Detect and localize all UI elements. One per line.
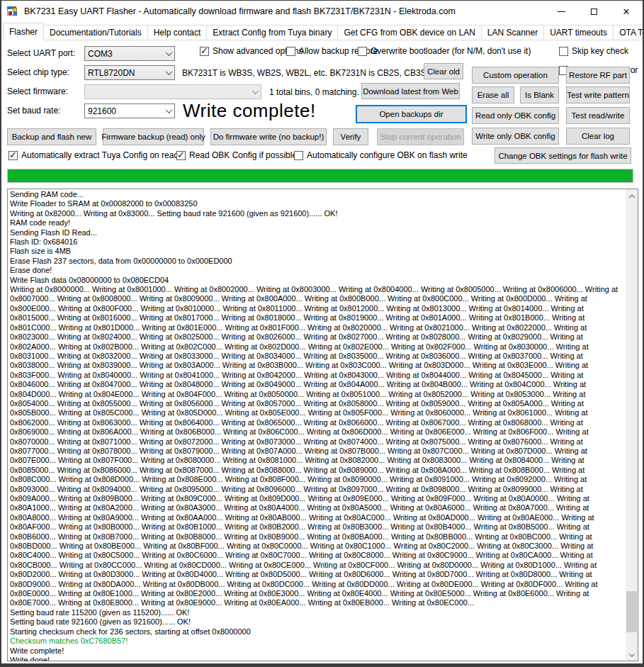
tab-lan-scanner[interactable]: LAN Scanner	[481, 25, 544, 40]
checkbox-box: ✓	[559, 47, 568, 56]
log-line: Write done!	[10, 656, 626, 661]
chevron-down-icon	[252, 87, 259, 94]
checkbox-skip-key-check[interactable]: ✓ Skip key check	[559, 46, 628, 56]
tab-get-cfg-lan[interactable]: Get CFG from OBK device on LAN	[337, 25, 481, 40]
erase-all-button[interactable]: Erase all	[472, 86, 514, 103]
firmware-label: Select firmware:	[7, 86, 68, 96]
write-only-obk-config-button[interactable]: Write only OBK config	[472, 128, 559, 145]
checkbox-auto-extract-tuya[interactable]: ✓ Automatically extract Tuya Config on r…	[9, 150, 179, 160]
tab-help-contact[interactable]: Help contact	[147, 25, 208, 40]
is-blank-button[interactable]: Is Blank	[520, 86, 559, 103]
log-line: Erase Flash 237 sectors, data from 0x000…	[10, 257, 626, 266]
do-firmware-write-button[interactable]: Do firmware write (no backup!)	[210, 128, 327, 145]
chip-hint-text: BK7231T is WB3S, WB2S, WB2L, etc. BK7231…	[182, 68, 442, 78]
scrollbar-thumb[interactable]	[626, 591, 637, 632]
log-line: Write Flash data 0x08000000 to 0x080ECD0…	[10, 276, 626, 285]
check-icon: ✓	[177, 150, 185, 160]
tab-ota-tool[interactable]: OTA Tool	[613, 25, 644, 40]
baud-rate-input[interactable]: 921600	[84, 103, 175, 118]
chip-type-select[interactable]: RTL8720DN	[84, 65, 175, 80]
firmware-backup-button[interactable]: Firmware backup (read) only	[103, 128, 204, 145]
scroll-down-button[interactable]	[626, 649, 638, 661]
title-bar: BK7231 Easy UART Flasher - Automatically…	[1, 1, 643, 22]
checkbox-auto-configure-obk[interactable]: ✓ Automatically configure OBK on flash w…	[294, 150, 468, 160]
progress-fill	[8, 169, 633, 182]
test-write-pattern-button[interactable]: Test write pattern	[566, 86, 630, 103]
log-line: Checksum matches 0xC7680B57!	[10, 637, 626, 646]
tab-strip: Flasher Documentation/Tutorials Help con…	[1, 22, 643, 40]
chevron-down-icon	[165, 49, 172, 56]
checkbox-box: ✓	[176, 151, 186, 160]
close-icon: ✕	[623, 6, 631, 17]
window-title: BK7231 Easy UART Flasher - Automatically…	[24, 6, 456, 16]
minimize-icon	[558, 11, 565, 12]
custom-operation-button[interactable]: Custom operation	[472, 67, 559, 84]
log-line: Flash ID: 0x684016	[10, 237, 626, 247]
uart-port-label: Select UART port:	[7, 48, 75, 58]
log-line: Erase done!	[10, 266, 626, 275]
check-icon: ✓	[200, 45, 208, 56]
clear-old-button[interactable]: Clear old	[424, 63, 463, 79]
backup-and-flash-button[interactable]: Backup and flash new	[7, 128, 96, 145]
log-scrollbar[interactable]	[626, 189, 638, 661]
chevron-down-icon	[165, 106, 172, 113]
chevron-down-icon	[628, 651, 634, 656]
log-line: Setting baud rate 921600 (given as 92160…	[10, 617, 626, 627]
read-only-obk-config-button[interactable]: Read only OBK config	[472, 107, 559, 124]
log-line: Flash size is 4MB	[10, 247, 626, 256]
log-line: Sending Flash ID Read...	[10, 228, 626, 237]
check-icon: ✓	[9, 150, 17, 160]
progress-bar	[7, 169, 633, 183]
checkbox-box: ✓	[294, 151, 303, 160]
chevron-down-icon	[165, 68, 172, 75]
app-window: BK7231 Easy UART Flasher - Automatically…	[0, 0, 644, 667]
chevron-up-icon	[628, 194, 634, 200]
log-line: Writing at 0x82000... Writing at 0x83000…	[10, 209, 626, 218]
firmware-select[interactable]	[84, 84, 261, 99]
checkbox-box: ✓	[9, 151, 18, 160]
tab-extract-config[interactable]: Extract Config from Tuya binary	[206, 25, 338, 40]
log-line: Sending RAM code...	[10, 190, 626, 199]
log-line: Writing at 0x8000000... Writing at 0x800…	[10, 285, 626, 608]
log-output[interactable]: Sending RAM code...Write Floader to SRAM…	[7, 189, 638, 661]
maximize-button[interactable]	[577, 1, 610, 22]
open-backups-dir-button[interactable]: Open backups dir	[356, 105, 467, 123]
minimize-button[interactable]	[545, 1, 577, 22]
maximize-icon	[591, 9, 597, 15]
clear-log-button[interactable]: Clear log	[566, 128, 630, 145]
baud-rate-label: Set baud rate:	[7, 106, 60, 116]
log-line: RAM code ready!	[10, 218, 626, 228]
checkbox-box: ✓	[358, 47, 367, 56]
flasher-panel: Select UART port: COM3 ✓ Show advanced o…	[1, 40, 643, 663]
log-text: Sending RAM code...Write Floader to SRAM…	[8, 189, 626, 661]
scroll-up-button[interactable]	[626, 189, 638, 201]
app-icon	[7, 6, 18, 17]
firmware-status-text: 1 total bins, 0 matching.	[269, 87, 359, 97]
checkbox-read-obk-config[interactable]: ✓ Read OBK Config if possible	[176, 150, 297, 160]
download-latest-button[interactable]: Download latest from Web	[361, 83, 460, 99]
tab-flasher[interactable]: Flasher	[3, 23, 44, 40]
log-line: Setting baud rate 115200 (given as 11520…	[10, 608, 626, 617]
tab-uart-timeouts[interactable]: UART timeouts	[543, 25, 614, 40]
tab-documentation[interactable]: Documentation/Tutorials	[43, 25, 148, 40]
test-read-write-button[interactable]: Test read/write	[566, 107, 630, 124]
status-message: Write complete!	[183, 100, 316, 122]
chip-type-label: Select chip type:	[7, 67, 69, 77]
log-line: Starting checksum check for 236 sectors,…	[10, 627, 626, 637]
close-button[interactable]: ✕	[610, 1, 643, 22]
checkbox-box: ✓	[200, 47, 209, 56]
uart-port-select[interactable]: COM3	[84, 46, 175, 61]
checkbox-overwrite-bootloader[interactable]: ✓ Overwrite bootloader (for N/M, don't u…	[358, 46, 531, 56]
verify-button[interactable]: Verify	[333, 128, 368, 145]
log-line: Write Floader to SRAM at 0x00082000 to 0…	[10, 199, 626, 208]
checkbox-box: ✓	[286, 47, 295, 56]
stop-current-operation-button[interactable]: Stop current operation	[377, 128, 464, 145]
change-obk-settings-button[interactable]: Change OBK settings for flash write	[495, 147, 631, 164]
log-line: Write complete!	[10, 646, 626, 656]
restore-rf-part-button[interactable]: Restore RF part	[566, 67, 630, 84]
